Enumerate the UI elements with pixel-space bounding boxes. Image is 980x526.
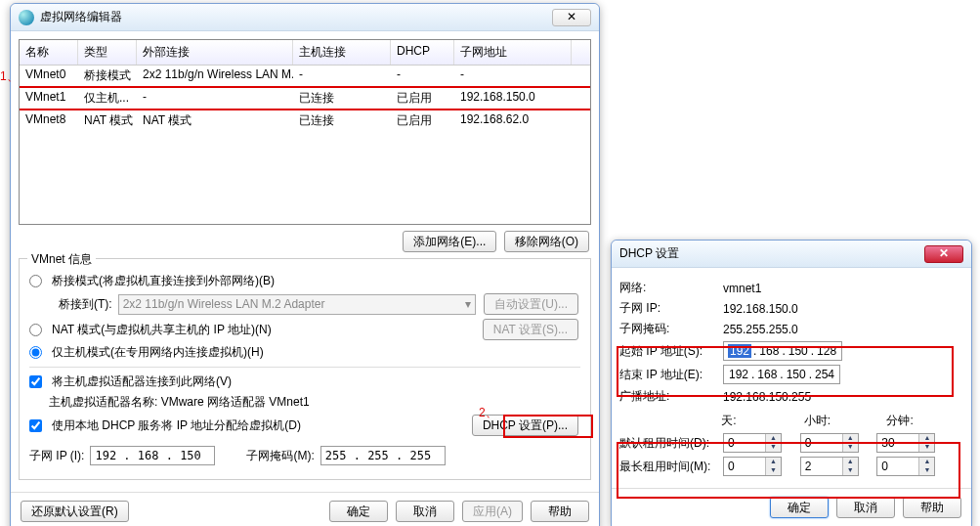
cancel-button[interactable]: 取消 xyxy=(836,497,895,518)
connect-host-checkbox[interactable] xyxy=(29,375,42,388)
end-ip-input[interactable]: 192.168.150.254 xyxy=(723,365,840,384)
auto-settings-button: 自动设置(U)... xyxy=(484,293,578,315)
subnet-mask-input[interactable] xyxy=(320,446,446,465)
close-button[interactable]: ✕ xyxy=(552,9,591,26)
start-ip-input[interactable]: 192.168.150.128 xyxy=(723,341,842,361)
dialog-title: DHCP 设置 xyxy=(619,245,679,262)
table-row[interactable]: VMnet0桥接模式2x2 11b/g/n Wireless LAN M...-… xyxy=(20,66,590,86)
vmnet-info-group: VMnet 信息 桥接模式(将虚拟机直接连接到外部网络)(B) 桥接到(T): … xyxy=(19,258,591,480)
table-row[interactable]: VMnet8NAT 模式NAT 模式已连接已启用192.168.62.0 xyxy=(20,110,590,131)
network-value: vmnet1 xyxy=(723,282,761,295)
window-title: 虚拟网络编辑器 xyxy=(40,9,122,25)
main-titlebar: 虚拟网络编辑器 ✕ xyxy=(11,4,599,31)
max-hours-spinner[interactable]: ▲▼ xyxy=(800,457,859,476)
group-label: VMnet 信息 xyxy=(27,251,96,268)
nat-settings-button: NAT 设置(S)... xyxy=(483,319,578,340)
close-button[interactable]: ✕ xyxy=(924,245,963,263)
app-icon xyxy=(19,10,34,25)
ok-button[interactable]: 确定 xyxy=(770,497,829,518)
subnet-ip-input[interactable] xyxy=(90,446,215,465)
annotation-1: 1、 xyxy=(0,68,19,85)
ok-button[interactable]: 确定 xyxy=(329,501,388,522)
col-name: 名称 xyxy=(20,40,78,65)
bridge-select: 2x2 11b/g/n Wireless LAN M.2 Adapter▾ xyxy=(118,294,477,315)
col-host: 主机连接 xyxy=(293,40,391,65)
cancel-button[interactable]: 取消 xyxy=(396,501,454,522)
network-table[interactable]: 名称 类型 外部连接 主机连接 DHCP 子网地址 VMnet0桥接模式2x2 … xyxy=(19,39,591,225)
subnet-ip-value: 192.168.150.0 xyxy=(723,302,798,316)
chevron-down-icon: ▾ xyxy=(465,297,471,311)
max-mins-spinner[interactable]: ▲▼ xyxy=(876,457,935,476)
col-ext: 外部连接 xyxy=(137,40,293,65)
default-mins-spinner[interactable]: ▲▼ xyxy=(876,433,935,453)
col-subnet: 子网地址 xyxy=(454,40,572,65)
restore-defaults-button[interactable]: 还原默认设置(R) xyxy=(21,501,129,522)
annotation-2: 2、 xyxy=(479,405,497,421)
default-days-spinner[interactable]: ▲▼ xyxy=(723,433,782,453)
adapter-name: 主机虚拟适配器名称: VMware 网络适配器 VMnet1 xyxy=(49,394,310,411)
hostonly-radio[interactable] xyxy=(29,346,42,359)
add-network-button[interactable]: 添加网络(E)... xyxy=(403,231,496,252)
help-button[interactable]: 帮助 xyxy=(531,501,589,522)
use-dhcp-checkbox[interactable] xyxy=(29,419,42,432)
nat-radio[interactable] xyxy=(29,324,42,336)
table-row-selected[interactable]: VMnet1仅主机...-已连接已启用192.168.150.0 xyxy=(19,86,591,110)
broadcast-value: 192.168.150.255 xyxy=(723,390,811,404)
col-dhcp: DHCP xyxy=(391,40,454,65)
bridge-radio[interactable] xyxy=(29,275,42,287)
remove-network-button[interactable]: 移除网络(O) xyxy=(504,231,589,252)
default-hours-spinner[interactable]: ▲▼ xyxy=(800,433,859,453)
apply-button: 应用(A) xyxy=(462,501,523,522)
help-button[interactable]: 帮助 xyxy=(903,497,961,518)
col-type: 类型 xyxy=(78,40,137,65)
subnet-mask-value: 255.255.255.0 xyxy=(723,323,798,336)
dhcp-titlebar: DHCP 设置 ✕ xyxy=(612,241,971,268)
max-days-spinner[interactable]: ▲▼ xyxy=(723,457,782,476)
